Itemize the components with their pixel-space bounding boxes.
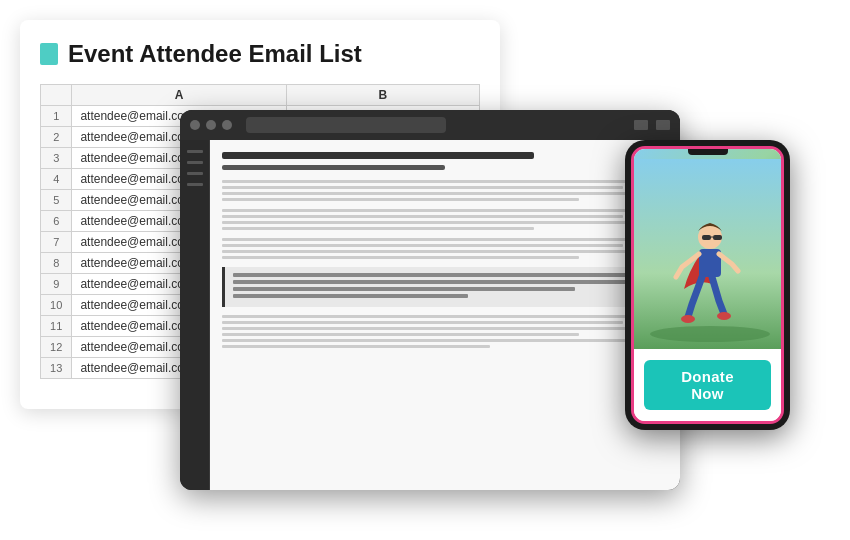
browser-content [180, 140, 680, 490]
text-line [222, 345, 490, 348]
row-number: 11 [41, 316, 72, 337]
quote-line [233, 287, 575, 291]
row-number: 4 [41, 169, 72, 190]
row-number: 8 [41, 253, 72, 274]
row-number: 1 [41, 106, 72, 127]
article-quote [222, 267, 668, 307]
sidebar-icon-4 [187, 183, 203, 186]
text-line [222, 192, 668, 195]
svg-point-1 [650, 326, 770, 342]
quote-line [233, 294, 468, 298]
phone-card: Donate Now [625, 140, 790, 430]
row-number: 7 [41, 232, 72, 253]
article-para-4 [222, 315, 668, 348]
browser-close-dot [190, 120, 200, 130]
kid-running-illustration [634, 159, 781, 349]
quote-line [233, 273, 660, 277]
text-line [222, 244, 623, 247]
sidebar-icon-1 [187, 150, 203, 153]
sidebar-icon-3 [187, 172, 203, 175]
svg-point-8 [717, 312, 731, 320]
svg-rect-4 [702, 235, 711, 240]
article-area [210, 140, 680, 490]
donate-now-button[interactable]: Donate Now [644, 360, 771, 410]
text-line [222, 333, 579, 336]
browser-maximize-dot [222, 120, 232, 130]
text-line [222, 256, 579, 259]
browser-url-bar[interactable] [246, 117, 446, 133]
row-number: 3 [41, 148, 72, 169]
col-header-a: A [72, 85, 287, 106]
article-para-1 [222, 180, 668, 201]
browser-icons [634, 120, 670, 130]
browser-minimize-dot [206, 120, 216, 130]
text-line [222, 186, 623, 189]
col-header-b: B [286, 85, 479, 106]
phone-screen: Donate Now [631, 146, 784, 424]
row-number: 10 [41, 295, 72, 316]
article-subheader [222, 165, 445, 170]
text-line [222, 315, 668, 318]
article-para-2 [222, 209, 668, 230]
browser-sidebar [180, 140, 210, 490]
text-line [222, 215, 623, 218]
phone-image-area [634, 149, 781, 349]
phone-notch [688, 149, 728, 155]
browser-card [180, 110, 680, 490]
svg-rect-5 [713, 235, 722, 240]
browser-icon-2 [656, 120, 670, 130]
browser-chrome [180, 110, 680, 140]
spreadsheet-title-row: Event Attendee Email List [40, 40, 480, 68]
quote-line [233, 280, 639, 284]
text-line [222, 238, 668, 241]
text-line [222, 339, 668, 342]
article-header [222, 152, 534, 159]
text-line [222, 221, 668, 224]
article-para-3 [222, 238, 668, 259]
row-number: 13 [41, 358, 72, 379]
sidebar-icon-2 [187, 161, 203, 164]
browser-icon-1 [634, 120, 648, 130]
row-number: 6 [41, 211, 72, 232]
teal-square-icon [40, 43, 58, 65]
row-number: 2 [41, 127, 72, 148]
text-line [222, 180, 668, 183]
phone-donate-area: Donate Now [634, 349, 781, 421]
svg-point-7 [681, 315, 695, 323]
text-line [222, 227, 534, 230]
spreadsheet-title: Event Attendee Email List [68, 40, 362, 68]
col-header-num [41, 85, 72, 106]
text-line [222, 327, 668, 330]
row-number: 5 [41, 190, 72, 211]
text-line [222, 321, 623, 324]
text-line [222, 209, 668, 212]
row-number: 12 [41, 337, 72, 358]
text-line [222, 198, 579, 201]
text-line [222, 250, 668, 253]
row-number: 9 [41, 274, 72, 295]
